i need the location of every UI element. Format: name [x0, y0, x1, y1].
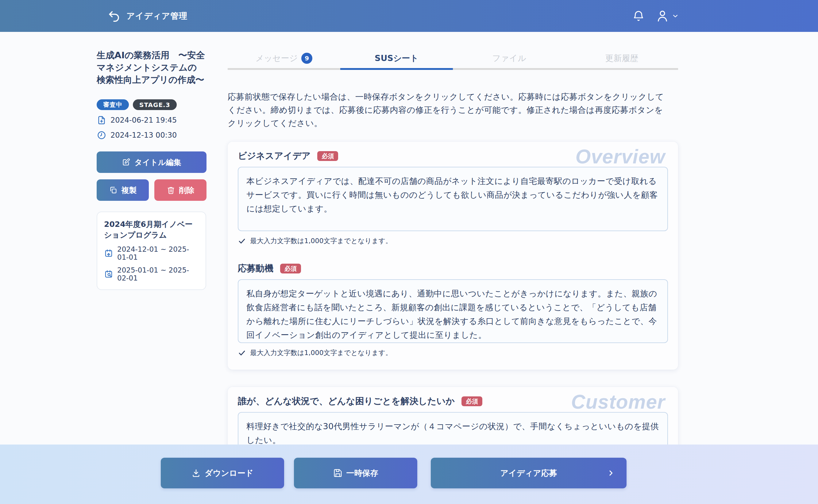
tab-messages-label: メッセージ: [256, 53, 298, 64]
duplicate-button[interactable]: 複製: [97, 179, 149, 201]
chevron-right-icon: [606, 468, 616, 478]
header-right: [632, 0, 679, 32]
bell-icon: [632, 9, 645, 23]
file-plus-icon: [97, 115, 106, 125]
floppy-save-icon: [333, 468, 342, 478]
char-limit-note-text: 最大入力文字数は1,000文字までとなります。: [250, 236, 392, 246]
copy-icon: [109, 186, 117, 194]
tab-history[interactable]: 更新履歴: [565, 48, 678, 68]
submit-idea-button[interactable]: アイディア応募: [431, 458, 627, 488]
chevron-down-icon: [671, 12, 679, 20]
updated-date: 2024-12-13 00:30: [110, 131, 177, 139]
review-period: 2025-01-01 ~ 2025-02-01: [117, 266, 199, 282]
tab-history-label: 更新履歴: [605, 53, 639, 64]
delete-button[interactable]: 削除: [154, 179, 207, 201]
messages-count-badge: 9: [301, 53, 312, 64]
app-title: アイディア管理: [126, 10, 187, 21]
pencil-square-icon: [122, 158, 130, 166]
overview-card: Overview ビジネスアイデア 必須 本ビジネスアイディアでは、配達不可の店…: [228, 142, 678, 370]
user-avatar-icon: [656, 9, 670, 23]
motivation-label-row: 応募動機 必須: [238, 263, 668, 274]
application-period-row: 2024-12-01 ~ 2025-01-01: [104, 245, 199, 261]
undo-arrow-icon: [107, 9, 120, 23]
check-icon: [238, 349, 246, 357]
tab-bar: メッセージ 9 SUSシート ファイル 更新履歴: [228, 48, 678, 70]
motivation-input[interactable]: 私自身が想定ターゲットと近い境遇にあり、通勤中に思いついたことがきっかけになりま…: [238, 279, 668, 343]
duplicate-label: 複製: [121, 185, 137, 195]
main-content: メッセージ 9 SUSシート ファイル 更新履歴 応募前状態で保存したい場合は、…: [228, 48, 678, 504]
instruction-text: 応募前状態で保存したい場合は、一時保存ボタンをクリックしてください。応募時には応…: [228, 90, 670, 130]
review-period-row: 2025-01-01 ~ 2025-02-01: [104, 266, 199, 282]
tab-sus-sheet-label: SUSシート: [375, 53, 419, 64]
save-draft-label: 一時保存: [346, 468, 378, 479]
delete-label: 削除: [179, 185, 194, 195]
download-label: ダウンロード: [204, 468, 254, 479]
edit-title-button[interactable]: タイトル編集: [97, 151, 207, 173]
updated-date-row: 2024-12-13 00:30: [97, 130, 207, 140]
download-icon: [191, 468, 201, 478]
business-idea-input[interactable]: 本ビジネスアイディアでは、配達不可の店舗の商品がネット注文により自宅最寄駅のロッ…: [238, 167, 668, 231]
program-name: 2024年度6月期イノベーションプログラム: [104, 219, 199, 240]
calendar-arrow-up-icon: [104, 249, 113, 258]
overview-watermark: Overview: [575, 145, 665, 168]
customer-label: 誰が、どんな状況で、どんな困りごとを解決したいか: [238, 395, 455, 407]
required-badge: 必須: [317, 151, 338, 161]
required-badge: 必須: [461, 396, 482, 406]
tab-files[interactable]: ファイル: [453, 48, 565, 68]
edit-title-label: タイトル編集: [134, 157, 181, 167]
check-icon: [238, 237, 246, 245]
created-date-row: 2024-06-21 19:45: [97, 115, 207, 125]
char-limit-note: 最大入力文字数は1,000文字までとなります。: [238, 348, 668, 357]
submit-idea-label: アイディア応募: [500, 468, 557, 479]
application-period: 2024-12-01 ~ 2025-01-01: [117, 245, 199, 261]
badge-row: 審査中 STAGE.3: [97, 99, 207, 110]
created-date: 2024-06-21 19:45: [110, 116, 177, 124]
notifications-button[interactable]: [632, 9, 645, 23]
action-bar: ダウンロード 一時保存 アイディア応募: [0, 445, 818, 504]
sidebar: 生成AIの業務活用 〜安全マネジメントシステムの検索性向上アプリの作成〜 審査中…: [97, 49, 207, 290]
download-button[interactable]: ダウンロード: [161, 458, 284, 488]
tab-files-label: ファイル: [492, 53, 526, 64]
char-limit-note: 最大入力文字数は1,000文字までとなります。: [238, 236, 668, 246]
char-limit-note-text: 最大入力文字数は1,000文字までとなります。: [250, 348, 392, 357]
status-badge: 審査中: [97, 99, 129, 110]
small-button-row: 複製 削除: [97, 179, 207, 201]
screen: アイディア管理 生成AIの業務活用 〜安全マネジメントシステムの検索性向上アプリ…: [0, 0, 818, 504]
calendar-search-icon: [104, 269, 113, 279]
idea-title: 生成AIの業務活用 〜安全マネジメントシステムの検索性向上アプリの作成〜: [97, 49, 205, 86]
trash-icon: [166, 186, 175, 194]
tab-messages[interactable]: メッセージ 9: [228, 48, 340, 68]
motivation-label: 応募動機: [238, 262, 273, 275]
stage-badge: STAGE.3: [133, 99, 177, 110]
back-button[interactable]: [107, 9, 120, 23]
clock-icon: [97, 130, 106, 140]
business-idea-label: ビジネスアイデア: [238, 150, 311, 162]
header-left: アイディア管理: [107, 0, 187, 32]
required-badge: 必須: [280, 264, 301, 273]
app-header: アイディア管理: [0, 0, 818, 32]
user-menu-button[interactable]: [656, 9, 679, 23]
save-draft-button[interactable]: 一時保存: [294, 458, 417, 488]
customer-watermark: Customer: [571, 391, 665, 413]
tab-sus-sheet[interactable]: SUSシート: [340, 48, 453, 70]
program-card: 2024年度6月期イノベーションプログラム 2024-12-01 ~ 2025-…: [97, 212, 206, 290]
